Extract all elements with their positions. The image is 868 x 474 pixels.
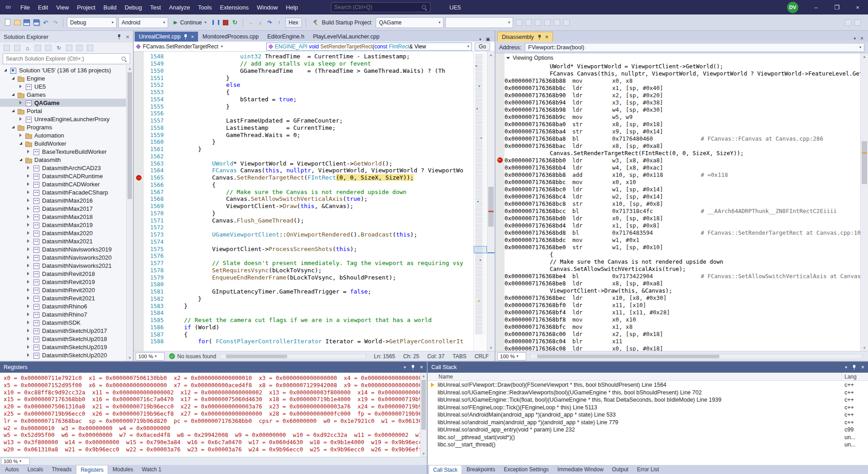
close-icon[interactable]: × (420, 364, 423, 370)
tree-item[interactable]: DatasmithFacadeCSharp (0, 188, 126, 196)
minimap[interactable] (473, 52, 487, 351)
registers-lines[interactable]: x0 = 0x000000711e7921c0 x1 = 0x000000750… (0, 373, 420, 457)
expand-arrow-icon[interactable] (25, 231, 32, 235)
expand-arrow-icon[interactable] (25, 239, 32, 243)
disasm-line[interactable]: 0x0000007176368c00ldrx2, [sp, #0x18] (495, 330, 860, 337)
tree-item[interactable]: DatasmithMax2021 (0, 237, 126, 245)
disassembly-vertical-scrollbar[interactable]: ▲ ▼ (860, 53, 868, 351)
collapse-arrow-icon[interactable] (2, 69, 9, 71)
tab-threads[interactable]: Threads (47, 465, 75, 474)
expand-arrow-icon[interactable] (25, 264, 32, 267)
registers-scrollbar[interactable]: ▲ ▼ (420, 373, 427, 457)
disasm-line[interactable]: 0x0000007176368bc0ldrw1, [sp, #0x14] (495, 185, 860, 193)
new-project-icon[interactable] (4, 19, 12, 27)
disasm-line[interactable]: 0x0000007176368becldrx10, [x8, #0x30] (495, 294, 860, 301)
step-out-icon[interactable] (275, 19, 283, 27)
callstack-frame[interactable]: libc.so!__pthread_start(void*)()un... (428, 434, 868, 441)
column-lang[interactable]: Lang (842, 373, 868, 380)
callstack-frame[interactable]: libUnreal.so!android_app_entry(void * pa… (428, 426, 868, 434)
solution-search-box[interactable] (3, 53, 130, 64)
threads-window-icon[interactable] (553, 19, 561, 27)
tab-exception-settings[interactable]: Exception Settings (500, 465, 552, 474)
tab-immediate-window[interactable]: Immediate Window (553, 465, 608, 474)
breakpoint-current-statement-icon[interactable] (134, 175, 144, 181)
solution-tree-scrollbar[interactable]: ▲ ▼ (126, 65, 133, 361)
registers-header[interactable]: Registers ▾ × (0, 362, 427, 373)
expand-arrow-icon[interactable] (25, 223, 32, 227)
stop-debugging-icon[interactable] (222, 19, 230, 27)
tree-item[interactable]: DatasmithRevit2020 (0, 286, 126, 294)
tree-item[interactable]: DatasmithMax2017 (0, 204, 126, 213)
disassembly-content[interactable]: Viewing Options UWorld* ViewportWorld = … (495, 53, 860, 351)
switch-views-icon[interactable] (34, 44, 42, 52)
disasm-line[interactable]: // Make sure the Canvas is not rendered … (495, 258, 860, 265)
callstack-frame[interactable]: libUnreal.so!AndroidMain(android_app *)(… (428, 411, 868, 419)
zoom-control[interactable]: 100 % ▾ (497, 352, 526, 360)
disasm-line[interactable]: 0x0000007176368bd8bl0x7176483594# FCanva… (495, 229, 860, 236)
tab-output[interactable]: Output (608, 465, 632, 474)
startup-project-combo[interactable]: QAGame ▾ (376, 17, 443, 28)
close-icon[interactable]: × (861, 364, 864, 370)
collapse-all-icon[interactable] (65, 44, 73, 52)
disasm-line[interactable]: 0x0000007176368b8cldrx1, [sp, #0x40] (495, 84, 860, 91)
tab-autos[interactable]: Autos (1, 465, 23, 474)
member-dropdown[interactable]: FCanvas.SetRenderTargetRect ▾ (137, 43, 223, 50)
expand-arrow-icon[interactable] (25, 345, 32, 349)
disasm-line[interactable]: 0x0000007176368ba8bl0x7176480460# FCanva… (495, 135, 860, 142)
tree-item[interactable]: DatasmithNavisworks2020 (0, 253, 126, 261)
disasm-line[interactable]: 0x0000007176368ba4strx9, [sp, #0x14] (495, 128, 860, 135)
tab-error-list[interactable]: Error List (633, 465, 663, 474)
tree-item[interactable]: DatasmithNavisworks2021 (0, 261, 126, 270)
tabs-indicator[interactable]: TABS (453, 353, 466, 360)
disasm-line[interactable]: 0x0000007176368ba0strx8, [sp, #0x18] (495, 120, 860, 128)
expand-arrow-icon[interactable] (25, 329, 32, 332)
hex-toggle-button[interactable]: Hex (285, 18, 302, 28)
address-combo[interactable]: FViewport::Draw(bool) ▾ (525, 43, 864, 52)
expand-arrow-icon[interactable] (25, 313, 32, 316)
disasm-line[interactable]: FCanvas Canvas(this, nullptr, ViewportWo… (495, 70, 860, 77)
solution-configurations-combo[interactable]: Debug ▾ (67, 17, 117, 28)
tree-item[interactable]: UE5 (0, 82, 126, 90)
tree-item[interactable]: BaseTextureBuildWorker (0, 147, 126, 156)
expand-arrow-icon[interactable] (25, 182, 32, 186)
disasm-line[interactable]: 0x0000007176368b90ldrx2, [sp, #0x20] (495, 91, 860, 99)
menu-project[interactable]: Project (73, 0, 99, 14)
tree-item[interactable]: Datasmith (0, 156, 126, 164)
expand-arrow-icon[interactable] (25, 296, 32, 300)
scroll-up-icon[interactable]: ▲ (127, 65, 133, 71)
disasm-line[interactable]: 0x0000007176368bc8strx10, [sp, #0x8] (495, 200, 860, 207)
tree-item[interactable]: DatasmithSketchUp2018 (0, 335, 126, 343)
expand-arrow-icon[interactable] (25, 247, 32, 251)
collapse-arrow-icon[interactable] (9, 109, 16, 112)
tree-item[interactable]: DatasmithMax2019 (0, 221, 126, 229)
expand-arrow-icon[interactable] (25, 272, 32, 275)
expand-arrow-icon[interactable] (25, 207, 32, 210)
window-position-icon[interactable]: ▾ (845, 365, 847, 370)
tree-item[interactable]: DatasmithRhino6 (0, 302, 126, 310)
tab-call-stack[interactable]: Call Stack (429, 465, 462, 474)
save-all-icon[interactable] (32, 19, 40, 27)
save-icon[interactable] (23, 19, 31, 27)
disasm-line[interactable]: 0x0000007176368b9cmovw5, w9 (495, 113, 860, 120)
menu-extensions[interactable]: Extensions (216, 0, 253, 14)
expand-arrow-icon[interactable] (25, 166, 32, 170)
expand-arrow-icon[interactable] (25, 280, 32, 284)
pin-icon[interactable] (184, 34, 188, 39)
call-stack-header[interactable]: Call Stack ▾ × (428, 362, 868, 373)
minimize-button[interactable]: – (806, 0, 826, 14)
expand-arrow-icon[interactable] (25, 337, 32, 341)
tree-item[interactable]: DatasmithSketchUp2017 (0, 327, 126, 335)
menu-view[interactable]: View (52, 0, 73, 14)
tree-item[interactable]: QAGame (0, 99, 126, 107)
sync-with-active-document-icon[interactable] (44, 44, 52, 52)
disasm-line[interactable]: ViewportClient->Draw(this, &Canvas); (495, 287, 860, 294)
continue-button[interactable]: ▶ Continue ▾ (170, 17, 210, 28)
menu-edit[interactable]: Edit (34, 0, 52, 14)
tree-item[interactable]: BuildWorker (0, 139, 126, 147)
attach-to-process-icon[interactable] (515, 19, 523, 27)
tab-locals[interactable]: Locals (24, 465, 47, 474)
menu-tools[interactable]: Tools (194, 0, 216, 14)
disasm-line[interactable]: 0x0000007176368bf0ldrx11, [x10] (495, 301, 860, 308)
close-icon[interactable]: × (191, 34, 193, 39)
disasm-line[interactable]: 0x0000007176368bb8addx10, sp, #0x118# =0… (495, 171, 860, 178)
